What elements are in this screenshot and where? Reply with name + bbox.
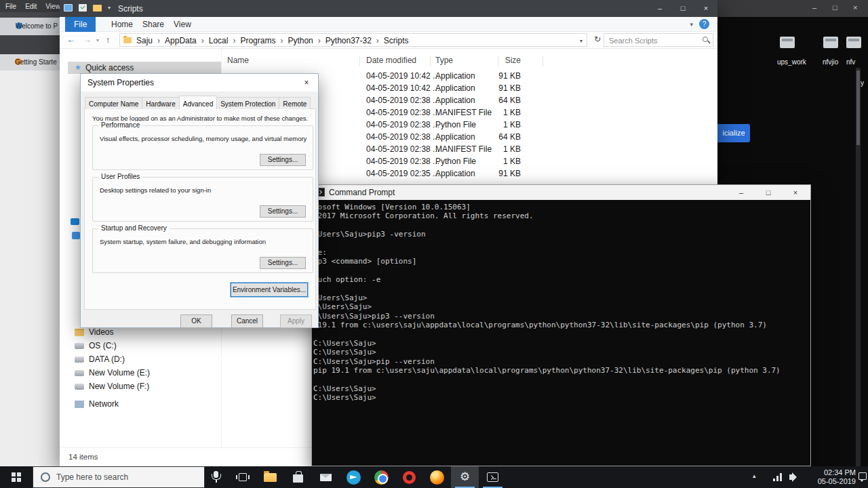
sidebar-item-network[interactable]: Network xyxy=(60,397,221,411)
breadcrumb-item[interactable]: Saju xyxy=(136,36,153,45)
task-view-icon[interactable] xyxy=(239,473,247,481)
tray-expand-icon[interactable]: ▴ xyxy=(753,472,756,479)
search-input[interactable]: Search Scripts xyxy=(604,33,713,47)
network-icon[interactable] xyxy=(773,473,783,481)
tab-share[interactable]: Share xyxy=(142,20,164,29)
tab-hardware[interactable]: Hardware xyxy=(142,97,179,109)
tab-remote[interactable]: Remote xyxy=(279,97,311,109)
action-center-icon[interactable] xyxy=(859,472,867,480)
maximize-icon[interactable]: □ xyxy=(755,185,782,200)
taskbar-mail[interactable] xyxy=(312,466,340,488)
ok-button[interactable]: OK xyxy=(180,314,212,328)
desktop-icon[interactable] xyxy=(780,37,795,48)
back-icon[interactable]: ← xyxy=(66,35,75,45)
desktop-icon-label[interactable]: nfvjio xyxy=(823,58,838,66)
startup-settings-button[interactable]: Settings... xyxy=(260,257,306,269)
new-folder-icon[interactable] xyxy=(93,5,102,12)
taskbar-store[interactable] xyxy=(284,466,312,488)
desktop-icon[interactable] xyxy=(823,37,838,48)
column-header-size[interactable]: Size xyxy=(488,56,521,65)
this-pc-icon[interactable] xyxy=(72,232,80,239)
chevron-down-icon[interactable]: ▾ xyxy=(108,5,111,11)
desktop-icon-label[interactable]: nfv xyxy=(846,58,855,66)
tab-advanced[interactable]: Advanced xyxy=(179,96,217,109)
close-icon[interactable]: × xyxy=(694,0,717,17)
column-divider[interactable] xyxy=(359,56,360,66)
maximize-icon[interactable]: □ xyxy=(671,0,694,17)
desktop-icon[interactable] xyxy=(846,37,861,48)
file-type: Application xyxy=(435,96,475,105)
system-properties-dialog: System Properties × Computer Name Hardwa… xyxy=(80,73,319,328)
minimize-icon[interactable]: – xyxy=(728,185,755,200)
environment-variables-button[interactable]: Environment Variables... xyxy=(231,283,308,297)
maximize-icon[interactable]: □ xyxy=(833,3,837,12)
breadcrumb-item[interactable]: Local xyxy=(197,36,229,45)
minimize-icon[interactable]: – xyxy=(648,0,671,17)
menu-view[interactable]: View xyxy=(45,3,60,10)
taskbar-opera[interactable] xyxy=(395,466,423,488)
sidebar-item-new-volume-e[interactable]: New Volume (E:) xyxy=(60,366,221,380)
cmd-titlebar[interactable]: Command Prompt – □ × xyxy=(312,185,810,200)
sidebar-item-new-volume-f[interactable]: New Volume (F:) xyxy=(60,380,221,393)
breadcrumb-item[interactable]: AppData xyxy=(153,36,197,45)
address-bar[interactable]: Saju AppData Local Programs Python Pytho… xyxy=(119,33,587,47)
breadcrumb-item[interactable]: Python xyxy=(275,36,313,45)
address-dropdown-icon[interactable]: ▾ xyxy=(580,38,583,44)
file-type: Application xyxy=(435,132,475,142)
volume-icon[interactable] xyxy=(789,474,793,480)
close-icon[interactable]: × xyxy=(295,74,318,92)
taskbar-command-prompt[interactable] xyxy=(479,466,507,488)
background-page-button[interactable]: icialize xyxy=(717,124,750,142)
recent-locations-icon[interactable]: ▾ xyxy=(96,37,99,43)
browser-tab[interactable]: Welcome to P xyxy=(0,18,60,35)
help-icon[interactable]: ? xyxy=(699,19,709,29)
browser-bookmark[interactable]: Getting Starte xyxy=(0,54,60,70)
forward-icon[interactable]: → xyxy=(83,35,92,45)
column-header-type[interactable]: Type xyxy=(435,56,453,65)
breadcrumb-item[interactable]: Python37-32 xyxy=(313,36,372,45)
cancel-button[interactable]: Cancel xyxy=(231,314,263,328)
menu-edit[interactable]: Edit xyxy=(25,3,37,10)
user-profiles-settings-button[interactable]: Settings... xyxy=(260,205,306,218)
taskbar-firefox[interactable] xyxy=(423,466,451,488)
ribbon-expand-icon[interactable]: ▾ xyxy=(690,21,693,28)
properties-check-icon[interactable] xyxy=(79,4,87,12)
start-button[interactable] xyxy=(0,466,33,488)
taskbar-clock[interactable]: 02:34 PM 05-05-2019 xyxy=(811,468,856,486)
taskbar-file-explorer[interactable] xyxy=(256,466,284,488)
tab-file[interactable]: File xyxy=(65,17,96,32)
sidebar-item-data-d[interactable]: DATA (D:) xyxy=(60,352,221,366)
terminal-line: pip 19.1 from c:\users\saju\appdata\loca… xyxy=(313,366,810,375)
up-icon[interactable]: ↑ xyxy=(106,35,111,45)
taskbar-search-input[interactable]: Type here to search xyxy=(33,466,205,488)
tab-view[interactable]: View xyxy=(174,20,191,29)
performance-settings-button[interactable]: Settings... xyxy=(260,154,306,166)
background-scrollbar[interactable] xyxy=(856,68,861,466)
desktop-icon-label[interactable]: ups_work xyxy=(777,58,806,66)
refresh-icon[interactable]: ↻ xyxy=(594,35,601,44)
minimize-icon[interactable]: – xyxy=(812,3,816,12)
column-divider[interactable] xyxy=(498,56,498,66)
breadcrumb-item[interactable]: Programs xyxy=(228,36,275,45)
onedrive-icon[interactable] xyxy=(71,218,79,225)
column-header-name[interactable]: Name xyxy=(227,56,249,65)
menu-file[interactable]: File xyxy=(5,3,16,10)
breadcrumb-item[interactable]: Scripts xyxy=(372,36,409,45)
sidebar-item-os-c[interactable]: OS (C:) xyxy=(60,339,221,352)
tab-home[interactable]: Home xyxy=(111,20,133,29)
taskbar-settings[interactable]: ⚙ xyxy=(451,466,479,488)
tab-computer-name[interactable]: Computer Name xyxy=(85,97,142,109)
column-divider[interactable] xyxy=(430,56,431,66)
microphone-icon[interactable] xyxy=(214,471,218,478)
sidebar-item-quick-access[interactable]: ★ Quick access xyxy=(68,62,221,74)
taskbar-chrome[interactable] xyxy=(368,466,395,488)
terminal-line: ge: xyxy=(313,248,810,257)
column-header-date[interactable]: Date modified xyxy=(366,56,416,65)
tab-system-protection[interactable]: System Protection xyxy=(216,97,279,109)
close-icon[interactable]: × xyxy=(853,3,857,12)
column-divider[interactable] xyxy=(542,56,543,66)
close-icon[interactable]: × xyxy=(782,185,809,200)
taskbar-telegram[interactable] xyxy=(340,466,368,488)
dialog-titlebar[interactable]: System Properties × xyxy=(81,74,318,92)
terminal[interactable]: rosoft Windows [Version 10.0.15063] 2017… xyxy=(312,200,810,466)
